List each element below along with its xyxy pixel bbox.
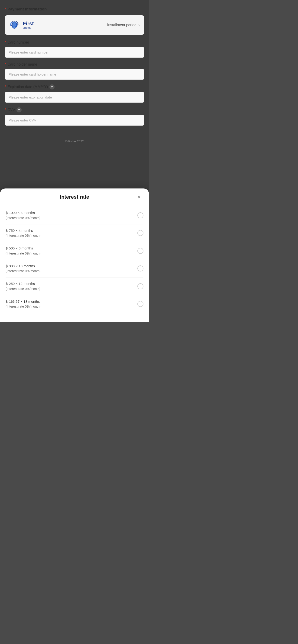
first-choice-logo (9, 19, 21, 31)
option-3-sub: (Interest rate 0%/month) (6, 251, 41, 256)
cvv-input[interactable] (5, 115, 144, 126)
cvv-label: CVV (8, 108, 15, 112)
modal-title: Interest rate (60, 194, 89, 200)
expiration-label-row: * Expiration date (MM/YY) ? (5, 84, 144, 90)
installment-option-6[interactable]: ฿ 166.67 × 18 months (Interest rate 0%/m… (6, 295, 143, 313)
modal-close-button[interactable]: × (135, 193, 143, 201)
cvv-label-row: * CVV ? (5, 107, 144, 112)
modal-header: Interest rate × (6, 194, 143, 200)
cvv-required-star: * (5, 108, 6, 112)
option-1-text: ฿ 1000 × 3 months (Interest rate 0%/mont… (6, 210, 41, 220)
card-holder-label-row: * Card holder name (5, 62, 144, 66)
option-5-sub: (Interest rate 0%/month) (6, 286, 41, 292)
installment-option-1[interactable]: ฿ 1000 × 3 months (Interest rate 0%/mont… (6, 206, 143, 224)
expiration-group: * Expiration date (MM/YY) ? (5, 84, 144, 103)
bank-logo-wrapper: First choice (9, 19, 34, 31)
card-number-required-star: * (5, 40, 6, 44)
option-5-text: ฿ 250 × 12 months (Interest rate 0%/mont… (6, 281, 41, 292)
installment-option-5[interactable]: ฿ 250 × 12 months (Interest rate 0%/mont… (6, 278, 143, 295)
expiration-input[interactable] (5, 92, 144, 103)
card-holder-input[interactable] (5, 69, 144, 80)
payment-title: Payment Information (8, 7, 47, 12)
modal-overlay: Interest rate × ฿ 1000 × 3 months (Inter… (0, 188, 149, 322)
option-4-sub: (Interest rate 0%/month) (6, 269, 41, 274)
option-1-radio[interactable] (137, 212, 143, 218)
installment-section[interactable]: Installment period › (107, 23, 140, 28)
modal-sheet: Interest rate × ฿ 1000 × 3 months (Inter… (0, 188, 149, 322)
option-6-text: ฿ 166.67 × 18 months (Interest rate 0%/m… (6, 299, 41, 309)
expiration-required-star: * (5, 85, 6, 89)
option-1-sub: (Interest rate 0%/month) (6, 216, 41, 220)
option-4-text: ฿ 300 × 10 months (Interest rate 0%/mont… (6, 264, 41, 274)
option-2-radio[interactable] (137, 230, 143, 236)
option-4-main: ฿ 300 × 10 months (6, 264, 41, 269)
card-number-group: * Card number (5, 40, 144, 58)
bank-name-texts: First choice (23, 21, 34, 29)
option-3-radio[interactable] (137, 248, 143, 254)
option-3-text: ฿ 500 × 6 months (Interest rate 0%/month… (6, 246, 41, 256)
card-holder-group: * Card holder name (5, 62, 144, 80)
bank-card-row[interactable]: First choice Installment period › (5, 15, 144, 35)
option-4-radio[interactable] (137, 266, 143, 272)
installment-options-list: ฿ 1000 × 3 months (Interest rate 0%/mont… (6, 206, 143, 313)
option-3-main: ฿ 500 × 6 months (6, 246, 41, 251)
main-content: * Payment Information First cho (0, 0, 149, 152)
option-6-sub: (Interest rate 0%/month) (6, 304, 41, 309)
payment-info-section-title: * Payment Information (5, 7, 144, 12)
option-6-main: ฿ 166.67 × 18 months (6, 299, 41, 304)
cvv-help-icon[interactable]: ? (17, 107, 22, 112)
expiration-label: Expiration date (MM/YY) (8, 85, 48, 89)
option-5-main: ฿ 250 × 12 months (6, 281, 41, 286)
card-holder-required-star: * (5, 62, 6, 66)
bank-name-choice: choice (23, 26, 34, 29)
option-2-main: ฿ 750 × 4 months (6, 228, 41, 234)
card-holder-label: Card holder name (8, 62, 37, 66)
installment-label: Installment period (107, 23, 136, 27)
card-number-label-row: * Card number (5, 40, 144, 44)
option-6-radio[interactable] (137, 301, 143, 307)
footer-copyright: © Ksher 2022 (5, 140, 144, 148)
installment-option-4[interactable]: ฿ 300 × 10 months (Interest rate 0%/mont… (6, 260, 143, 278)
installment-option-3[interactable]: ฿ 500 × 6 months (Interest rate 0%/month… (6, 242, 143, 260)
option-5-radio[interactable] (137, 283, 143, 289)
chevron-right-icon: › (138, 23, 140, 28)
card-number-input[interactable] (5, 47, 144, 58)
card-number-label: Card number (8, 40, 29, 44)
payment-required-star: * (5, 7, 6, 11)
expiration-help-icon[interactable]: ? (50, 84, 55, 90)
installment-option-2[interactable]: ฿ 750 × 4 months (Interest rate 0%/month… (6, 224, 143, 242)
bank-name-first: First (23, 21, 34, 26)
option-1-main: ฿ 1000 × 3 months (6, 210, 41, 216)
option-2-sub: (Interest rate 0%/month) (6, 233, 41, 238)
cvv-group: * CVV ? (5, 107, 144, 126)
option-2-text: ฿ 750 × 4 months (Interest rate 0%/month… (6, 228, 41, 238)
